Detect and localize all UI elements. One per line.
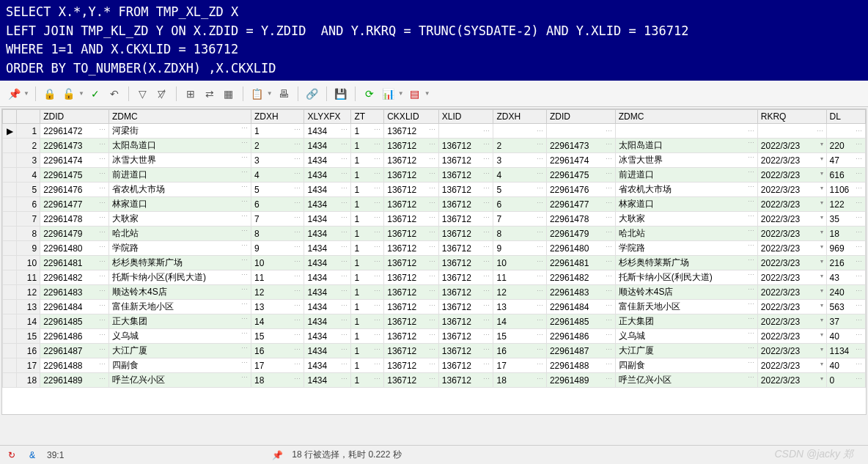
- cell-zt[interactable]: 1⋯: [351, 197, 384, 212]
- cell-zdxh[interactable]: 3⋯: [251, 153, 304, 168]
- row-marker[interactable]: [3, 183, 17, 197]
- row-marker[interactable]: [3, 227, 17, 241]
- cell-zdid-2[interactable]: 22961489⋯: [546, 373, 615, 388]
- cell-zt[interactable]: 1⋯: [351, 314, 384, 329]
- cell-ckxlid[interactable]: 136712⋯: [384, 344, 439, 358]
- cell-rkrq[interactable]: 2022/3/23▾: [757, 373, 826, 388]
- cell-rkrq[interactable]: 2022/3/23▾: [757, 183, 826, 197]
- cell-zdmc-2[interactable]: 大耿家⋯: [615, 212, 757, 227]
- cell-zdmc-2[interactable]: 学院路⋯: [615, 241, 757, 256]
- cell-zdid[interactable]: 22961485⋯: [40, 314, 109, 329]
- cell-zdid-2[interactable]: 22961474⋯: [546, 153, 615, 168]
- cell-xlid[interactable]: 136712⋯: [438, 139, 493, 153]
- cell-zdid[interactable]: 22961475⋯: [40, 168, 109, 183]
- cell-zdxh[interactable]: 12⋯: [251, 285, 304, 300]
- cell-xlid[interactable]: 136712⋯: [438, 373, 493, 388]
- dropdown-icon[interactable]: ▼: [78, 90, 84, 97]
- cell-xlid[interactable]: 136712⋯: [438, 329, 493, 344]
- cell-xlid[interactable]: 136712⋯: [438, 153, 493, 168]
- cell-zdmc-2[interactable]: 省农机大市场⋯: [615, 183, 757, 197]
- row-marker[interactable]: [3, 358, 17, 373]
- cell-zdxh[interactable]: 9⋯: [251, 241, 304, 256]
- cell-zdid-2[interactable]: 22961482⋯: [546, 270, 615, 285]
- cell-zdid[interactable]: 22961476⋯: [40, 183, 109, 197]
- row-marker[interactable]: [3, 285, 17, 300]
- cell-xlyxfx[interactable]: 1434⋯: [304, 358, 351, 373]
- cell-zdxh[interactable]: 7⋯: [251, 212, 304, 227]
- cell-zdxh-2[interactable]: 13⋯: [493, 300, 546, 314]
- filter-button[interactable]: ▽: [135, 86, 151, 102]
- cell-zdxh[interactable]: 15⋯: [251, 329, 304, 344]
- grid-button[interactable]: ▦: [221, 86, 237, 102]
- cell-zdmc[interactable]: 河梁街⋯: [108, 124, 251, 139]
- row-marker[interactable]: [3, 270, 17, 285]
- cell-ckxlid[interactable]: 136712⋯: [384, 329, 439, 344]
- cell-rkrq[interactable]: 2022/3/23▾: [757, 256, 826, 270]
- cell-zdid[interactable]: 22961482⋯: [40, 270, 109, 285]
- cell-xlyxfx[interactable]: 1434⋯: [304, 300, 351, 314]
- cell-zt[interactable]: 1⋯: [351, 256, 384, 270]
- cell-zdmc-2[interactable]: 义乌城⋯: [615, 329, 757, 344]
- cell-zt[interactable]: 1⋯: [351, 168, 384, 183]
- cell-zdxh[interactable]: 2⋯: [251, 139, 304, 153]
- cell-zdxh[interactable]: 6⋯: [251, 197, 304, 212]
- cell-zdxh-2[interactable]: 2⋯: [493, 139, 546, 153]
- cell-zdxh-2[interactable]: 6⋯: [493, 197, 546, 212]
- table-row[interactable]: 1222961483⋯顺达铃木4S店⋯12⋯1434⋯1⋯136712⋯1367…: [3, 285, 866, 300]
- table-row[interactable]: 222961473⋯太阳岛道口⋯2⋯1434⋯1⋯136712⋯136712⋯2…: [3, 139, 866, 153]
- cell-ckxlid[interactable]: 136712⋯: [384, 139, 439, 153]
- cell-ckxlid[interactable]: 136712⋯: [384, 124, 439, 139]
- results-grid-container[interactable]: ZDID ZDMC ZDXH XLYXFX ZT CKXLID XLID ZDX…: [1, 108, 867, 415]
- cell-zdmc-2[interactable]: 太阳岛道口⋯: [615, 139, 757, 153]
- cell-zdxh-2[interactable]: 12⋯: [493, 285, 546, 300]
- cell-dl[interactable]: 0⋯: [826, 373, 865, 388]
- col-header-rkrq[interactable]: RKRQ: [757, 110, 826, 124]
- col-header-zt[interactable]: ZT: [351, 110, 384, 124]
- cell-rkrq[interactable]: 2022/3/23▾: [757, 241, 826, 256]
- cell-ckxlid[interactable]: 136712⋯: [384, 241, 439, 256]
- cell-xlid[interactable]: 136712⋯: [438, 358, 493, 373]
- cell-xlyxfx[interactable]: 1434⋯: [304, 139, 351, 153]
- cell-zdmc-2[interactable]: ⋯: [615, 124, 757, 139]
- cell-xlid[interactable]: 136712⋯: [438, 212, 493, 227]
- cell-xlyxfx[interactable]: 1434⋯: [304, 212, 351, 227]
- cell-dl[interactable]: 35⋯: [826, 212, 865, 227]
- cell-zdid[interactable]: 22961481⋯: [40, 256, 109, 270]
- table-row[interactable]: 1422961485⋯正大集团⋯14⋯1434⋯1⋯136712⋯136712⋯…: [3, 314, 866, 329]
- copy-button[interactable]: ⊞: [183, 86, 199, 102]
- cell-zdxh-2[interactable]: 10⋯: [493, 256, 546, 270]
- cell-zt[interactable]: 1⋯: [351, 358, 384, 373]
- cell-dl[interactable]: 216⋯: [826, 256, 865, 270]
- cell-xlid[interactable]: 136712⋯: [438, 314, 493, 329]
- cell-rkrq[interactable]: 2022/3/23▾: [757, 358, 826, 373]
- row-marker[interactable]: [3, 153, 17, 168]
- col-header-dl[interactable]: DL: [826, 110, 865, 124]
- cell-zdid-2[interactable]: 22961475⋯: [546, 168, 615, 183]
- cell-zdmc[interactable]: 正大集团⋯: [108, 314, 251, 329]
- cell-zdid-2[interactable]: 22961479⋯: [546, 227, 615, 241]
- cell-zdid-2[interactable]: 22961487⋯: [546, 344, 615, 358]
- table-row[interactable]: 1022961481⋯杉杉奥特莱斯广场⋯10⋯1434⋯1⋯136712⋯136…: [3, 256, 866, 270]
- cell-rkrq[interactable]: 2022/3/23▾: [757, 153, 826, 168]
- cell-zt[interactable]: 1⋯: [351, 270, 384, 285]
- cell-zt[interactable]: 1⋯: [351, 344, 384, 358]
- cell-zdxh[interactable]: 11⋯: [251, 270, 304, 285]
- cell-zdmc-2[interactable]: 托斯卡纳小区(利民大道)⋯: [615, 270, 757, 285]
- cell-zdid[interactable]: 22961489⋯: [40, 373, 109, 388]
- cell-zdmc[interactable]: 富佳新天地小区⋯: [108, 300, 251, 314]
- cell-zdxh-2[interactable]: 15⋯: [493, 329, 546, 344]
- cell-zdid-2[interactable]: 22961478⋯: [546, 212, 615, 227]
- cell-zdid[interactable]: 22961480⋯: [40, 241, 109, 256]
- cell-ckxlid[interactable]: 136712⋯: [384, 373, 439, 388]
- cell-dl[interactable]: 1134⋯: [826, 344, 865, 358]
- cell-xlyxfx[interactable]: 1434⋯: [304, 373, 351, 388]
- cell-ckxlid[interactable]: 136712⋯: [384, 285, 439, 300]
- table-row[interactable]: 1522961486⋯义乌城⋯15⋯1434⋯1⋯136712⋯136712⋯1…: [3, 329, 866, 344]
- cell-xlid[interactable]: 136712⋯: [438, 344, 493, 358]
- col-header-xlid[interactable]: XLID: [438, 110, 493, 124]
- cell-dl[interactable]: 40⋯: [826, 329, 865, 344]
- cell-rkrq[interactable]: 2022/3/23▾: [757, 300, 826, 314]
- table-row[interactable]: 322961474⋯冰雪大世界⋯3⋯1434⋯1⋯136712⋯136712⋯3…: [3, 153, 866, 168]
- dropdown-icon[interactable]: ▼: [23, 90, 29, 97]
- cell-xlyxfx[interactable]: 1434⋯: [304, 197, 351, 212]
